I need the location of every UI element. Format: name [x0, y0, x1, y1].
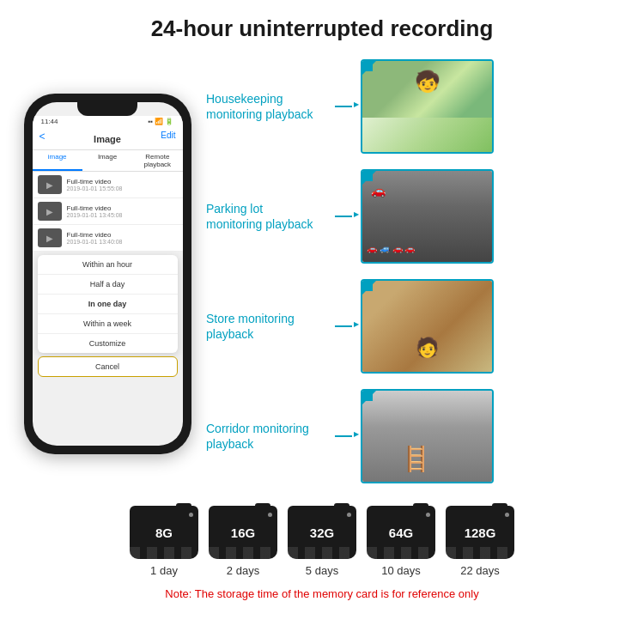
phone-section: 11:44 ▪▪ 📶 🔋 < Image Edit image Image Re…	[17, 51, 197, 497]
photo-store	[361, 279, 494, 374]
main-content: 11:44 ▪▪ 📶 🔋 < Image Edit image Image Re…	[0, 51, 644, 497]
sd-dot	[347, 513, 351, 517]
sd-card-16g: 16G	[209, 506, 277, 559]
monitoring-row-housekeeping: Housekeepingmonitoring playback	[206, 55, 627, 158]
corner-br	[362, 171, 373, 181]
sd-size-16g: 16G	[231, 526, 255, 540]
video-thumb-1: ▶	[38, 175, 62, 194]
photo-housekeeping	[361, 59, 494, 154]
photo-corridor-image	[362, 391, 492, 482]
sd-dot	[505, 513, 509, 517]
monitoring-row-corridor: Corridor monitoringplayback	[206, 385, 627, 488]
tab-remote[interactable]: Remote playback	[132, 150, 182, 171]
label-corridor: Corridor monitoringplayback	[206, 421, 326, 452]
dropdown-within-hour[interactable]: Within an hour	[38, 255, 178, 275]
arrow-housekeeping	[335, 106, 352, 107]
photo-corridor	[361, 389, 494, 483]
storage-card-16g: 16G 2 days	[209, 506, 277, 577]
sd-card-64g: 64G	[367, 506, 435, 559]
cancel-button[interactable]: Cancel	[38, 356, 178, 377]
days-128g: 22 days	[460, 564, 500, 577]
arrow-corridor	[335, 435, 352, 437]
label-store: Store monitoringplayback	[206, 311, 326, 342]
video-thumb-3: ▶	[38, 228, 62, 247]
days-64g: 10 days	[381, 564, 421, 577]
photo-store-image	[362, 281, 492, 372]
corner-br	[362, 391, 373, 401]
storage-card-32g: 32G 5 days	[288, 506, 356, 577]
sd-card-8g: 8G	[130, 506, 198, 559]
photo-parking	[361, 169, 494, 264]
phone-screen: 11:44 ▪▪ 📶 🔋 < Image Edit image Image Re…	[33, 102, 183, 446]
sd-size-8g: 8G	[155, 526, 173, 540]
arrow-parking	[335, 216, 352, 217]
sd-dot	[268, 513, 272, 517]
sd-size-128g: 128G	[465, 526, 496, 540]
days-16g: 2 days	[227, 564, 259, 577]
video-item-2[interactable]: ▶ Full-time video 2019-01-01 13:45:08	[33, 198, 183, 225]
back-button[interactable]: <	[39, 131, 46, 143]
phone-dropdown: Within an hour Half a day In one day Wit…	[38, 255, 178, 353]
dropdown-half-day[interactable]: Half a day	[38, 275, 178, 295]
video-info-3: Full-time video 2019-01-01 13:40:08	[67, 231, 178, 245]
storage-section: 8G 1 day 16G 2 days 32G 5 days 64G 10 da…	[0, 497, 644, 605]
dropdown-in-one-day[interactable]: In one day	[38, 295, 178, 314]
phone-notch	[77, 102, 137, 116]
edit-button[interactable]: Edit	[161, 131, 175, 140]
monitoring-row-store: Store monitoringplayback	[206, 275, 627, 378]
sd-size-64g: 64G	[389, 526, 413, 540]
corner-br	[362, 61, 373, 71]
days-32g: 5 days	[306, 564, 338, 577]
tab-image2[interactable]: Image	[82, 150, 132, 171]
app-title: Image	[94, 134, 121, 144]
sd-card-32g: 32G	[288, 506, 356, 559]
video-info-1: Full-time video 2019-01-01 15:55:08	[67, 178, 178, 191]
dropdown-within-week[interactable]: Within a week	[38, 314, 178, 334]
video-info-2: Full-time video 2019-01-01 13:45:08	[67, 204, 178, 218]
sd-dot	[426, 513, 430, 517]
tab-image[interactable]: image	[33, 150, 82, 171]
video-item-3[interactable]: ▶ Full-time video 2019-01-01 13:40:08	[33, 225, 183, 252]
video-item-1[interactable]: ▶ Full-time video 2019-01-01 15:55:08	[33, 172, 183, 198]
status-icons: ▪▪ 📶 🔋	[148, 118, 173, 125]
storage-cards: 8G 1 day 16G 2 days 32G 5 days 64G 10 da…	[130, 506, 514, 577]
photo-child-image	[362, 61, 492, 152]
monitoring-row-parking: Parking lotmonitoring playback	[206, 165, 627, 268]
storage-note: Note: The storage time of the memory car…	[165, 587, 478, 600]
corner-br	[362, 281, 373, 291]
label-parking: Parking lotmonitoring playback	[206, 201, 326, 232]
phone-mockup: 11:44 ▪▪ 📶 🔋 < Image Edit image Image Re…	[24, 94, 191, 454]
storage-card-128g: 128G 22 days	[446, 506, 514, 577]
dropdown-customize[interactable]: Customize	[38, 334, 178, 353]
phone-app-header: < Image Edit	[33, 127, 183, 150]
storage-card-8g: 8G 1 day	[130, 506, 198, 577]
label-housekeeping: Housekeepingmonitoring playback	[206, 91, 326, 122]
arrow-store	[335, 325, 352, 327]
photo-parking-image	[362, 171, 492, 262]
status-time: 11:44	[41, 118, 58, 125]
page-header: 24-hour uninterrupted recording	[0, 0, 644, 51]
phone-status-bar: 11:44 ▪▪ 📶 🔋	[33, 116, 183, 127]
page-title: 24-hour uninterrupted recording	[17, 15, 627, 42]
days-8g: 1 day	[150, 564, 178, 577]
storage-card-64g: 64G 10 days	[367, 506, 435, 577]
sd-card-128g: 128G	[446, 506, 514, 559]
phone-tabs: image Image Remote playback	[33, 150, 183, 172]
sd-size-32g: 32G	[310, 526, 334, 540]
right-section: Housekeepingmonitoring playback Parking …	[206, 51, 627, 497]
video-thumb-2: ▶	[38, 202, 62, 221]
video-list: ▶ Full-time video 2019-01-01 15:55:08 ▶ …	[33, 172, 183, 252]
sd-dot	[189, 513, 193, 517]
